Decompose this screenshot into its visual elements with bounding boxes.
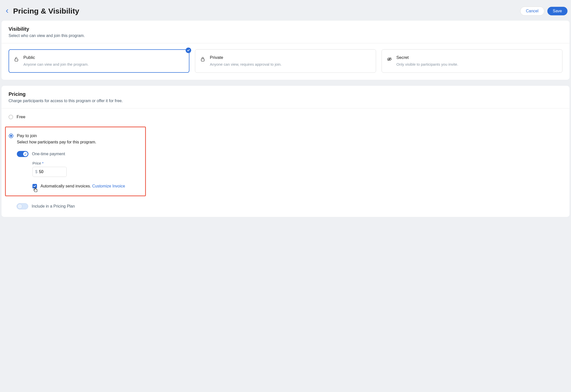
option-desc: Only visible to participants you invite. [396, 62, 557, 67]
option-title: Private [210, 55, 370, 60]
lock-icon [200, 57, 205, 62]
pricing-title: Pricing [9, 91, 562, 97]
check-icon [187, 49, 190, 52]
price-label: Price* [32, 161, 140, 165]
svg-rect-0 [15, 59, 18, 61]
option-title: Secret [396, 55, 557, 60]
unlock-icon [14, 57, 19, 62]
pricing-card: Pricing Charge participants for access t… [2, 86, 569, 217]
auto-invoice-label: Automatically send invoices. Customize I… [40, 184, 125, 188]
check-icon [24, 153, 27, 155]
radio-pay-label: Pay to join [17, 133, 37, 138]
pay-subtitle: Select how participants pay for this pro… [17, 140, 140, 144]
visibility-option-private[interactable]: Private Anyone can view, requires approv… [195, 49, 376, 73]
chevron-left-icon [6, 9, 9, 13]
include-pricing-plan-label: Include in a Pricing Plan [32, 204, 75, 209]
back-button[interactable] [4, 8, 10, 14]
page-header: Pricing & Visibility Cancel Save [2, 2, 569, 21]
auto-invoice-checkbox[interactable] [32, 184, 37, 188]
option-desc: Anyone can view, requires approval to jo… [210, 62, 370, 67]
one-time-payment-toggle[interactable] [17, 151, 28, 157]
visibility-card: Visibility Select who can view and join … [2, 21, 569, 80]
page-title: Pricing & Visibility [13, 7, 520, 15]
cancel-button[interactable]: Cancel [520, 7, 544, 16]
pricing-option-free[interactable]: Free [9, 114, 562, 120]
visibility-title: Visibility [9, 26, 562, 32]
customize-invoice-link[interactable]: Customize Invoice [92, 184, 125, 188]
radio-pay[interactable] [9, 134, 13, 138]
option-title: Public [23, 55, 184, 60]
svg-rect-1 [201, 59, 204, 61]
one-time-payment-label: One-time payment [32, 152, 65, 156]
radio-free[interactable] [9, 115, 13, 119]
save-button[interactable]: Save [547, 7, 567, 15]
check-icon [33, 185, 36, 188]
include-pricing-plan-toggle[interactable] [17, 203, 28, 209]
visibility-option-secret[interactable]: Secret Only visible to participants you … [382, 49, 562, 73]
visibility-subtitle: Select who can view and join this progra… [9, 33, 562, 38]
pricing-option-pay[interactable]: Pay to join [9, 133, 140, 138]
radio-free-label: Free [17, 114, 25, 120]
visibility-option-public[interactable]: Public Anyone can view and join the prog… [9, 49, 189, 73]
option-desc: Anyone can view and join the program. [23, 62, 184, 67]
eye-off-icon [387, 57, 392, 62]
price-input[interactable] [39, 170, 64, 174]
pricing-subtitle: Charge participants for access to this p… [9, 99, 562, 103]
price-input-wrap[interactable]: $ [32, 167, 67, 177]
pay-to-join-highlight: Pay to join Select how participants pay … [5, 127, 146, 196]
selected-check-badge [186, 48, 191, 53]
currency-symbol: $ [35, 170, 37, 174]
